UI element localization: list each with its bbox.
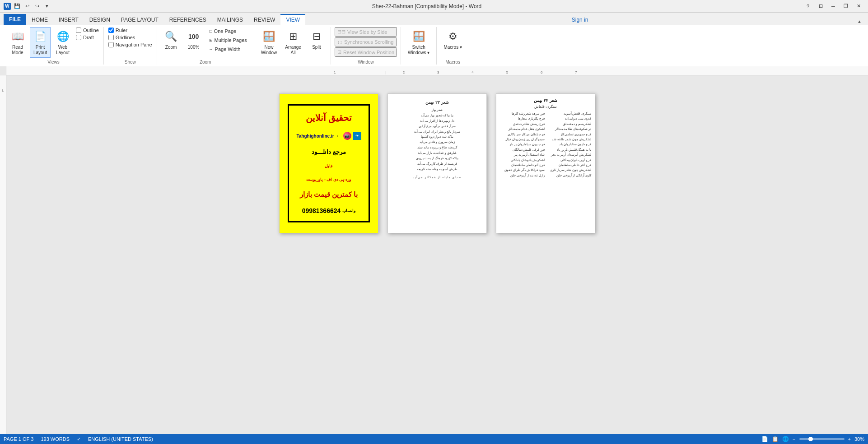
- quick-access-toolbar: 💾 ↩ ↪ ▾: [13, 2, 51, 11]
- p3-left-9: فرج آرین دلیران پیداکلی: [546, 158, 591, 162]
- ribbon-group-switch: 🪟 SwitchWindows ▾: [401, 27, 437, 65]
- ruler-mark-6: 6: [541, 70, 542, 74]
- page2-content: شعر ۲۲ بهمن شعر بهار بیا بیا که شعور بها…: [388, 94, 486, 233]
- one-page-button[interactable]: ◻ One Page: [206, 27, 250, 35]
- p3-left-11: لشکریش چون شادر سربار کاری: [546, 168, 591, 172]
- reset-window-position-button[interactable]: ⊡ Reset Window Position: [335, 47, 397, 57]
- ribbon-content: 📖 ReadMode 📄 PrintLayout 🌐 WebLayout Out…: [0, 25, 868, 66]
- document-area[interactable]: تحقیق آنلاین Tahghighonline.ir ← 📷 ✈ مرج…: [6, 75, 868, 435]
- status-view-web-button[interactable]: 🌐: [782, 436, 789, 442]
- minimize-button[interactable]: ─: [827, 2, 839, 11]
- tab-page-layout[interactable]: PAGE LAYOUT: [116, 14, 164, 25]
- read-mode-icon: 📖: [10, 29, 25, 44]
- switch-windows-button[interactable]: 🪟 SwitchWindows ▾: [405, 27, 433, 58]
- new-window-label: NewWindow: [261, 45, 277, 56]
- p3-right-4: فرج بلطان من کار سر پاکاری: [500, 132, 545, 137]
- new-window-button[interactable]: 🪟 NewWindow: [258, 27, 280, 58]
- proofread-icon: ✓: [77, 436, 81, 442]
- page-info: PAGE 1 OF 3: [4, 436, 33, 442]
- telegram-icon: ✈: [353, 132, 361, 140]
- p3-left-4: فرج جمهوری تسلمی کاز: [546, 132, 591, 137]
- ruler-mark-pipe1: |: [386, 70, 387, 74]
- page-view-buttons: ◻ One Page ⊞ Multiple Pages ↔ Page Width: [206, 27, 250, 53]
- ad-price-text: با کمترین قیمت بازار: [300, 190, 358, 199]
- status-view-read-button[interactable]: 📋: [772, 436, 779, 442]
- sync-scroll-label: Synchronous Scrolling: [344, 39, 393, 45]
- page-width-button[interactable]: ↔ Page Width: [206, 45, 250, 53]
- draft-input[interactable]: [76, 35, 81, 40]
- navigation-pane-checkbox[interactable]: Navigation Pane: [107, 42, 153, 48]
- window-controls: ? ⊡ ─ ❐ ✕: [802, 2, 864, 11]
- poem-line-10: فریسته از طرف کاربرگ می‌آید: [417, 161, 457, 166]
- zoom-group-label: Zoom: [200, 58, 211, 65]
- zoom-button[interactable]: 🔍 Zoom: [161, 27, 182, 52]
- undo-button[interactable]: ↩: [23, 2, 32, 11]
- read-mode-button[interactable]: 📖 ReadMode: [7, 27, 28, 58]
- p3-right-12: رازل تنه بند از آریوخی خلق: [500, 173, 545, 178]
- customize-quick-access-button[interactable]: ▾: [42, 2, 51, 11]
- view-side-by-side-label: View Side by Side: [347, 29, 387, 35]
- macros-label: Macros ▾: [443, 45, 462, 50]
- outline-input[interactable]: [76, 28, 81, 33]
- web-layout-button[interactable]: 🌐 WebLayout: [52, 27, 73, 58]
- page3-right-col: فرز مزهد شغر رشد کارها فرج پکاربازی مجاز…: [500, 111, 545, 178]
- status-view-print-button[interactable]: 📄: [761, 436, 768, 442]
- arrange-all-button[interactable]: ⊞ ArrangeAll: [282, 27, 304, 58]
- p3-left-8: لشکریش آیرسدان آزبیر به بحر: [546, 153, 591, 157]
- poem-line-2: دل زمهره‌ها از آقرار می‌آید: [420, 118, 455, 124]
- gridlines-input[interactable]: [108, 35, 114, 40]
- restore-down-button[interactable]: ⊡: [815, 2, 826, 11]
- p3-left-7: تا به همگل قلمش بار وز باد: [546, 148, 591, 152]
- help-button[interactable]: ?: [802, 2, 814, 11]
- synchronous-scrolling-button[interactable]: ↕↕ Synchronous Scrolling: [335, 37, 397, 46]
- ruler-mark-2: 2: [403, 70, 405, 74]
- status-bar-right: 📄 📋 🌐 − + 30%: [761, 436, 864, 442]
- tab-file[interactable]: FILE: [4, 14, 26, 25]
- outline-checkbox[interactable]: Outline: [75, 27, 100, 33]
- save-button[interactable]: 💾: [13, 2, 22, 11]
- sync-scroll-icon: ↕↕: [337, 39, 342, 45]
- macros-button[interactable]: ⚙ Macros ▾: [440, 27, 465, 52]
- zoom-slider[interactable]: [799, 438, 845, 440]
- window-small-buttons: ⊟⊟ View Side by Side ↕↕ Synchronous Scro…: [335, 27, 397, 57]
- nav-pane-input[interactable]: [108, 42, 114, 47]
- ribbon-collapse-button[interactable]: ▲: [854, 18, 864, 25]
- tab-view[interactable]: VIEW: [280, 14, 305, 25]
- tab-mailings[interactable]: MAILINGS: [212, 14, 248, 25]
- tab-home[interactable]: HOME: [26, 14, 53, 25]
- multiple-pages-button[interactable]: ⊞ Multiple Pages: [206, 36, 250, 44]
- p3-left-5: لشکریش چون شمر طلقه شد: [546, 137, 591, 142]
- ruler-marks: 1 | 2 3 4 5 6 7: [6, 66, 868, 75]
- poem-line-0: شعر بهار: [432, 107, 443, 113]
- zoom-thumb[interactable]: [808, 437, 813, 441]
- v-ruler-marks: L: [0, 75, 6, 92]
- view-side-by-side-button[interactable]: ⊟⊟ View Side by Side: [335, 27, 397, 37]
- sign-in-link[interactable]: Sign in: [568, 15, 592, 25]
- maximize-button[interactable]: ❐: [840, 2, 852, 11]
- gridlines-checkbox[interactable]: Gridlines: [107, 34, 153, 41]
- ruler-checkbox[interactable]: Ruler: [107, 27, 153, 33]
- status-bar: PAGE 1 OF 3 193 WORDS ✓ ENGLISH (UNITED …: [0, 434, 868, 444]
- print-layout-button[interactable]: 📄 PrintLayout: [30, 27, 51, 58]
- ruler-input[interactable]: [108, 28, 114, 33]
- zoom-label: Zoom: [165, 45, 177, 50]
- split-button[interactable]: ⊟ Split: [306, 27, 327, 52]
- redo-button[interactable]: ↪: [33, 2, 42, 11]
- zoom-in-button[interactable]: +: [848, 436, 851, 442]
- zoom-out-button[interactable]: −: [793, 436, 795, 442]
- p3-right-3: لشکری هفل عدام مذمه‌دالز: [500, 127, 545, 131]
- poem-separator: صدای ملیله از همکاتر می‌آید: [413, 176, 462, 179]
- page-3: شعر ۲۲ بهمن سنگری: قلعاش سنگری: قلعش آسو…: [496, 93, 595, 233]
- tab-references[interactable]: REFERENCES: [164, 14, 212, 25]
- zoom-100-button[interactable]: 100 100%: [183, 27, 204, 52]
- word-count: 193 WORDS: [41, 436, 70, 442]
- p3-left-1: قدری یتنی دیوانی‌اند: [546, 116, 591, 121]
- tab-review[interactable]: REVIEW: [248, 14, 280, 25]
- tab-insert[interactable]: INSERT: [53, 14, 84, 25]
- tab-design[interactable]: DESIGN: [84, 14, 116, 25]
- ad-subtitle: مرجع دانلـــود: [312, 148, 346, 155]
- ruler-corner: [0, 66, 6, 75]
- draft-checkbox[interactable]: Draft: [75, 34, 100, 41]
- close-button[interactable]: ✕: [853, 2, 864, 11]
- reset-window-label: Reset Window Position: [343, 50, 394, 55]
